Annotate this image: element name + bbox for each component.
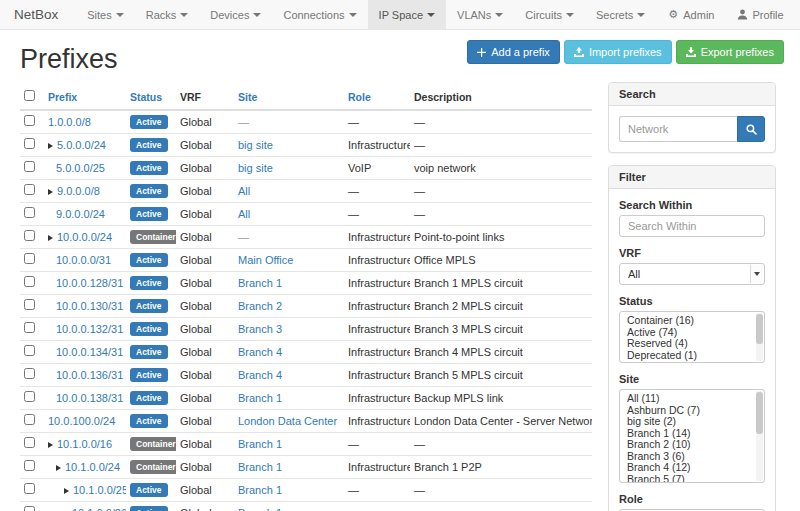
site-link[interactable]: Branch 3 bbox=[238, 323, 282, 335]
site-link[interactable]: Branch 1 bbox=[238, 392, 282, 404]
nav-menu-label: IP Space bbox=[379, 9, 423, 21]
row-checkbox[interactable] bbox=[24, 437, 35, 448]
site-link[interactable]: Branch 1 bbox=[238, 484, 282, 496]
prefix-link[interactable]: 5.0.0.0/24 bbox=[57, 139, 106, 151]
prefix-link[interactable]: 10.0.100.0/24 bbox=[48, 415, 115, 427]
status-listbox[interactable]: Container (16)Active (74)Reserved (4)Dep… bbox=[619, 311, 765, 363]
site-link[interactable]: Branch 2 bbox=[238, 300, 282, 312]
nav-admin-item[interactable]: ⚙ Admin bbox=[656, 0, 725, 29]
vrf-select[interactable]: All bbox=[619, 263, 765, 285]
listbox-option[interactable]: Deprecated (1) bbox=[627, 350, 754, 362]
prefix-link[interactable]: 10.0.0.128/31 bbox=[56, 277, 123, 289]
prefix-link[interactable]: 10.0.0.0/24 bbox=[57, 231, 112, 243]
description-cell: — bbox=[410, 110, 592, 133]
prefix-link[interactable]: 9.0.0.0/8 bbox=[57, 185, 100, 197]
select-all-checkbox[interactable] bbox=[24, 90, 35, 101]
row-checkbox[interactable] bbox=[24, 483, 35, 494]
prefix-link[interactable]: 9.0.0.0/24 bbox=[56, 208, 105, 220]
status-badge: Active bbox=[130, 161, 168, 175]
nav-menu-item-sites[interactable]: Sites bbox=[76, 0, 134, 29]
row-checkbox[interactable] bbox=[24, 345, 35, 356]
site-link[interactable]: All bbox=[238, 185, 250, 197]
scrollbar-thumb[interactable] bbox=[756, 392, 763, 434]
status-badge: Active bbox=[130, 345, 168, 359]
brand-link[interactable]: NetBox bbox=[14, 0, 58, 29]
row-checkbox[interactable] bbox=[24, 207, 35, 218]
prefix-link[interactable]: 10.1.0.0/16 bbox=[57, 438, 112, 450]
nav-menu-item-secrets[interactable]: Secrets bbox=[585, 0, 656, 29]
status-badge: Active bbox=[130, 391, 168, 405]
search-button[interactable] bbox=[737, 116, 765, 142]
row-checkbox[interactable] bbox=[24, 460, 35, 471]
listbox-option[interactable]: Container (16) bbox=[627, 315, 754, 327]
nav-profile-item[interactable]: Profile bbox=[725, 0, 794, 29]
prefix-link[interactable]: 10.0.0.138/31 bbox=[56, 392, 123, 404]
nav-menu-item-vlans[interactable]: VLANs bbox=[446, 0, 514, 29]
site-link[interactable]: big site bbox=[238, 162, 273, 174]
sort-link-status[interactable]: Status bbox=[130, 91, 162, 103]
sort-link-role[interactable]: Role bbox=[348, 91, 371, 103]
row-checkbox[interactable] bbox=[24, 138, 35, 149]
row-checkbox[interactable] bbox=[24, 184, 35, 195]
listbox-option[interactable]: All (11) bbox=[627, 393, 754, 405]
listbox-option[interactable]: big site (2) bbox=[627, 416, 754, 428]
site-listbox[interactable]: All (11)Ashburn DC (7)big site (2)Branch… bbox=[619, 389, 765, 483]
prefix-link[interactable]: 10.0.0.0/31 bbox=[56, 254, 111, 266]
row-checkbox[interactable] bbox=[24, 391, 35, 402]
description-cell: Office MPLS bbox=[410, 248, 592, 271]
site-link[interactable]: London Data Center bbox=[238, 415, 337, 427]
row-checkbox[interactable] bbox=[24, 276, 35, 287]
nav-menu-item-connections[interactable]: Connections bbox=[272, 0, 367, 29]
site-link[interactable]: Branch 1 bbox=[238, 438, 282, 450]
search-within-input[interactable] bbox=[619, 215, 765, 237]
listbox-option[interactable]: Branch 5 (7) bbox=[627, 474, 754, 484]
scrollbar-thumb[interactable] bbox=[756, 314, 763, 344]
prefix-link[interactable]: 10.0.0.132/31 bbox=[56, 323, 123, 335]
row-checkbox[interactable] bbox=[24, 506, 35, 511]
nav-menu-item-devices[interactable]: Devices bbox=[199, 0, 272, 29]
prefix-link[interactable]: 5.0.0.0/25 bbox=[56, 162, 105, 174]
row-checkbox[interactable] bbox=[24, 299, 35, 310]
row-checkbox[interactable] bbox=[24, 115, 35, 126]
column-header-site: Site bbox=[234, 86, 344, 110]
nav-menu-item-racks[interactable]: Racks bbox=[135, 0, 200, 29]
role-cell: Infrastructure bbox=[344, 225, 410, 248]
row-checkbox[interactable] bbox=[24, 161, 35, 172]
site-link[interactable]: Branch 1 bbox=[238, 461, 282, 473]
row-checkbox[interactable] bbox=[24, 414, 35, 425]
row-checkbox[interactable] bbox=[24, 253, 35, 264]
prefix-link[interactable]: 10.0.0.130/31 bbox=[56, 300, 123, 312]
prefix-link[interactable]: 1.0.0.0/8 bbox=[48, 116, 91, 128]
prefix-link[interactable]: 10.0.0.134/31 bbox=[56, 346, 123, 358]
vrf-cell: Global bbox=[176, 386, 234, 409]
prefix-link[interactable]: 10.1.0.0/25 bbox=[73, 484, 126, 496]
nav-menu-item-ip-space[interactable]: IP Space bbox=[368, 0, 446, 29]
search-input[interactable] bbox=[619, 116, 737, 142]
row-checkbox[interactable] bbox=[24, 230, 35, 241]
table-row: 10.0.0.0/24 Container Global — Infrastru… bbox=[20, 225, 592, 248]
row-checkbox[interactable] bbox=[24, 368, 35, 379]
description-cell: voip network bbox=[410, 156, 592, 179]
site-link[interactable]: Branch 4 bbox=[238, 369, 282, 381]
nav-menu-item-circuits[interactable]: Circuits bbox=[514, 0, 585, 29]
main-content: Prefixes PrefixStatusVRFSiteRoleDescript… bbox=[20, 30, 592, 511]
site-link[interactable]: Main Office bbox=[238, 254, 293, 266]
site-link[interactable]: Branch 4 bbox=[238, 346, 282, 358]
table-row: 5.0.0.0/25 Active Global big site VoIP v… bbox=[20, 156, 592, 179]
sort-link-site[interactable]: Site bbox=[238, 91, 257, 103]
prefix-link[interactable]: 10.0.0.136/31 bbox=[56, 369, 123, 381]
site-link[interactable]: Branch 1 bbox=[238, 507, 282, 511]
sort-link-prefix[interactable]: Prefix bbox=[48, 91, 77, 103]
prefix-link[interactable]: 10.1.0.0/26 bbox=[72, 507, 126, 511]
site-link[interactable]: All bbox=[238, 208, 250, 220]
export-prefixes-button[interactable]: Export prefixes bbox=[676, 40, 784, 64]
site-link[interactable]: Branch 1 bbox=[238, 277, 282, 289]
listbox-option[interactable]: Reserved (4) bbox=[627, 338, 754, 350]
prefix-link[interactable]: 10.1.0.0/24 bbox=[65, 461, 120, 473]
site-link[interactable]: big site bbox=[238, 139, 273, 151]
listbox-option[interactable]: Branch 4 (12) bbox=[627, 462, 754, 474]
row-checkbox[interactable] bbox=[24, 322, 35, 333]
select-arrow-icon bbox=[754, 272, 760, 276]
nav-log-out-item[interactable]: Log out bbox=[795, 0, 800, 29]
listbox-option[interactable]: Branch 2 (10) bbox=[627, 439, 754, 451]
